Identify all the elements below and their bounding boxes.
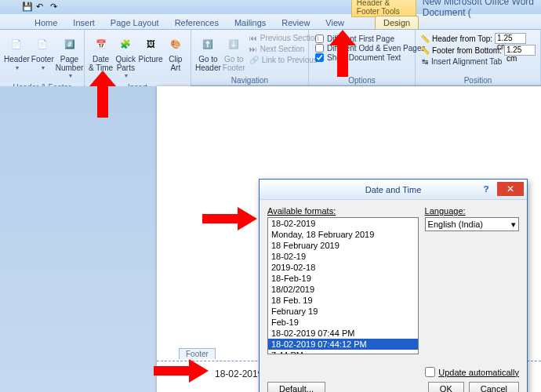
language-select[interactable]: English (India) ▾ xyxy=(425,217,519,231)
tab-view[interactable]: View xyxy=(318,16,352,29)
undo-icon[interactable]: ↶ xyxy=(36,2,47,13)
header-button[interactable]: 📄 Header xyxy=(3,31,31,73)
update-automatically-checkbox[interactable]: Update automatically xyxy=(425,367,519,377)
calendar-icon: 📅 xyxy=(90,33,112,55)
tab-design[interactable]: Design xyxy=(375,16,419,29)
header-icon: 📄 xyxy=(5,33,27,55)
header-from-top-spinner[interactable]: 📏Header from Top:1.25 cm xyxy=(420,33,536,44)
format-option[interactable]: 18-02-2019 07:44:12 PM xyxy=(268,339,418,350)
document-title: New Microsoft Office Word Document ( xyxy=(423,0,541,18)
format-option[interactable]: 18 February 2019 xyxy=(268,240,418,251)
goto-footer-icon: ⬇️ xyxy=(223,33,245,55)
dialog-title: Date and Time xyxy=(365,185,422,194)
tab-mailings[interactable]: Mailings xyxy=(227,16,274,29)
dialog-title-bar[interactable]: Date and Time ? ✕ xyxy=(260,180,527,200)
quick-parts-icon: 🧩 xyxy=(114,33,136,55)
footer-section-tab: Footer xyxy=(179,348,216,359)
dialog-close-button[interactable]: ✕ xyxy=(497,182,524,196)
format-option[interactable]: 18-02-19 xyxy=(268,251,418,262)
page-number-button[interactable]: #️⃣ Page Number xyxy=(55,31,85,81)
ok-button[interactable]: OK xyxy=(428,382,464,392)
default-button[interactable]: Default... xyxy=(267,382,325,392)
title-bar: 💾 ↶ ↷ Header & Footer Tools New Microsof… xyxy=(0,0,541,14)
svg-marker-3 xyxy=(154,359,209,383)
tab-home[interactable]: Home xyxy=(27,16,65,29)
tab-insert[interactable]: Insert xyxy=(65,16,103,29)
group-options: Different First Page Different Odd & Eve… xyxy=(309,30,416,85)
format-option[interactable]: Feb-19 xyxy=(268,317,418,328)
available-formats-label: Available formats: xyxy=(267,206,419,216)
quick-parts-button[interactable]: 🧩 Quick Parts xyxy=(114,31,137,81)
format-option[interactable]: Monday, 18 February 2019 xyxy=(268,229,418,240)
date-time-button[interactable]: 📅 Date & Time xyxy=(88,31,114,74)
footer-icon: 📄 xyxy=(31,33,53,55)
svg-marker-1 xyxy=(329,30,356,77)
annotation-arrow-up-2 xyxy=(329,30,356,77)
format-option[interactable]: February 19 xyxy=(268,306,418,317)
workspace: Footer 18-02-2019 07:44:02 PM Date and T… xyxy=(0,86,541,392)
page-number-icon: #️⃣ xyxy=(59,33,81,55)
format-option[interactable]: 18-Feb-19 xyxy=(268,273,418,284)
svg-marker-0 xyxy=(89,71,116,118)
dialog-help-button[interactable]: ? xyxy=(478,182,494,196)
prev-icon: ⏮ xyxy=(249,34,257,42)
date-time-dialog[interactable]: Date and Time ? ✕ Available formats: 18-… xyxy=(259,179,528,392)
goto-header-icon: ⬆️ xyxy=(197,33,219,55)
format-option[interactable]: 2019-02-18 xyxy=(268,262,418,273)
ruler-icon: 📏 xyxy=(420,34,430,43)
tab-icon: ↹ xyxy=(422,57,428,66)
tab-references[interactable]: References xyxy=(167,16,227,29)
group-label-nav: Navigation xyxy=(191,75,308,85)
format-option[interactable]: 7:44 PM xyxy=(268,350,418,354)
tab-review[interactable]: Review xyxy=(274,16,318,29)
formats-listbox[interactable]: 18-02-2019Monday, 18 February 201918 Feb… xyxy=(267,217,419,354)
format-option[interactable]: 18-02-2019 07:44 PM xyxy=(268,328,418,339)
language-label: Language: xyxy=(425,206,519,216)
save-icon[interactable]: 💾 xyxy=(22,2,33,13)
next-section-button: ⏭Next Section xyxy=(248,44,321,54)
annotation-arrow-right-2 xyxy=(154,359,209,383)
footer-from-bottom-spinner[interactable]: 📏Footer from Bottom:1.25 cm xyxy=(420,45,536,56)
chevron-down-icon: ▾ xyxy=(511,220,516,230)
language-value: English (India) xyxy=(428,220,483,229)
tab-page-layout[interactable]: Page Layout xyxy=(103,16,167,29)
picture-icon: 🖼 xyxy=(140,33,162,55)
link-previous-button: 🔗Link to Previous xyxy=(248,55,321,65)
ribbon: 📄 Header 📄 Footer #️⃣ Page Number Header… xyxy=(0,30,541,86)
ruler-icon: 📏 xyxy=(420,46,430,55)
office-button[interactable] xyxy=(0,0,17,14)
format-option[interactable]: 18 Feb. 19 xyxy=(268,295,418,306)
contextual-tab-label: Header & Footer Tools xyxy=(351,0,416,17)
insert-alignment-tab-button[interactable]: ↹Insert Alignment Tab xyxy=(420,56,536,67)
footer-button[interactable]: 📄 Footer xyxy=(31,31,55,73)
clipart-button[interactable]: 🎨 Clip Art xyxy=(164,31,187,74)
svg-marker-2 xyxy=(202,207,257,230)
group-label-position: Position xyxy=(416,75,540,85)
next-icon: ⏭ xyxy=(249,45,257,53)
group-navigation: ⬆️ Go to Header ⬇️ Go to Footer ⏮Previou… xyxy=(191,30,309,85)
group-header-footer: 📄 Header 📄 Footer #️⃣ Page Number Header… xyxy=(0,30,85,85)
format-option[interactable]: 18-02-2019 xyxy=(268,218,418,229)
redo-icon[interactable]: ↷ xyxy=(50,2,61,13)
goto-header-button[interactable]: ⬆️ Go to Header xyxy=(194,31,222,74)
cancel-button[interactable]: Cancel xyxy=(469,382,519,392)
annotation-arrow-right-1 xyxy=(202,207,257,230)
quick-access-toolbar[interactable]: 💾 ↶ ↷ xyxy=(22,2,61,13)
goto-footer-button: ⬇️ Go to Footer xyxy=(222,31,246,74)
annotation-arrow-up-1 xyxy=(89,71,116,118)
previous-section-button: ⏮Previous Section xyxy=(248,33,321,43)
group-label-options: Options xyxy=(309,75,415,85)
link-icon: 🔗 xyxy=(249,56,259,64)
group-position: 📏Header from Top:1.25 cm 📏Footer from Bo… xyxy=(416,30,541,85)
picture-button[interactable]: 🖼 Picture xyxy=(138,31,164,66)
format-option[interactable]: 18/02/2019 xyxy=(268,284,418,295)
clipart-icon: 🎨 xyxy=(165,33,187,55)
